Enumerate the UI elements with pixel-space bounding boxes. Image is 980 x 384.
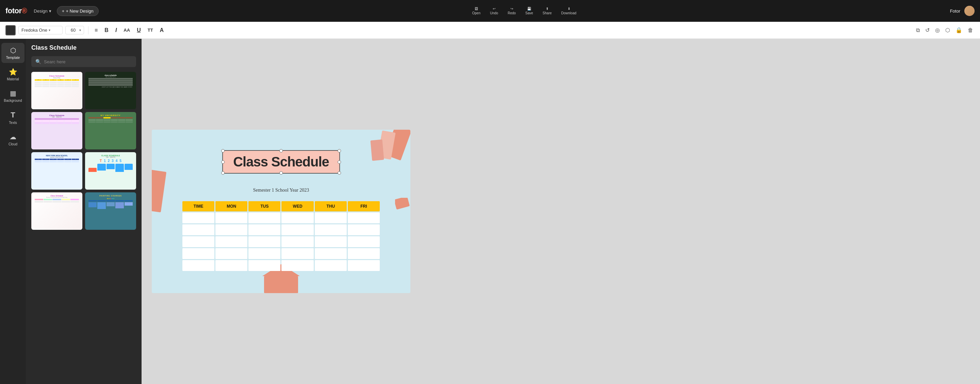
- deco-top-right: [342, 130, 410, 174]
- t4r2c6: [126, 121, 133, 123]
- template-card-1[interactable]: Class Schedule School Year Time Mon Tue …: [31, 72, 82, 109]
- template-3-row1: [35, 120, 79, 122]
- t1r3c1: [35, 86, 42, 87]
- template-card-4[interactable]: NY UNIVERSITY: [85, 112, 136, 150]
- template-card-3[interactable]: Class Schedule YEAR SEMESTER: [31, 112, 82, 150]
- handle-bl[interactable]: [221, 171, 224, 175]
- t5h2: MON: [42, 159, 49, 160]
- t1r2c1: [35, 83, 42, 85]
- t1r3c6: [72, 86, 79, 87]
- t5r1c2: [42, 161, 49, 163]
- sidebar-item-cloud[interactable]: ☁ Cloud: [2, 129, 24, 150]
- open-icon: 🖼: [475, 7, 478, 11]
- template-panel: Class Schedule 🔍 Class Schedule School Y…: [26, 39, 142, 192]
- handle-tm[interactable]: [279, 149, 283, 153]
- template-4-header: [89, 117, 133, 118]
- t4r1c5: [118, 119, 125, 121]
- design-button[interactable]: Design ▾: [34, 8, 51, 14]
- canvas-wrapper: Class Schedule Semester 1 School Year 20…: [152, 130, 410, 192]
- chevron-down-icon: ▾: [49, 8, 51, 14]
- t1r1c5: [64, 81, 72, 83]
- open-tool[interactable]: 🖼 Open: [472, 7, 480, 15]
- font-chevron-icon: ▾: [49, 28, 50, 32]
- template-card-2[interactable]: class schedule Mon Tue Wed Thu Fri DON'T…: [85, 72, 136, 109]
- canvas-subtitle: Semester 1 School Year 2023: [253, 188, 309, 192]
- t4r1c1: [89, 119, 95, 121]
- t3r2c6: [72, 122, 79, 124]
- template-3-sub: YEAR SEMESTER: [34, 116, 80, 118]
- t5r1c4: [57, 161, 64, 163]
- t5r1c6: [72, 161, 79, 163]
- sidebar: ⬡ Template ⭐ Material ▦ Background T Tex…: [0, 39, 26, 192]
- t3r2c4: [57, 122, 64, 124]
- t3r2c5: [64, 122, 72, 124]
- t1r1c3: [50, 81, 57, 83]
- t4h2: [96, 117, 103, 118]
- t4h3: [103, 117, 111, 118]
- letter-spacing-button[interactable]: AA: [121, 26, 132, 34]
- sidebar-item-template[interactable]: ⬡ Template: [2, 43, 24, 63]
- template-card-6[interactable]: CLASS SCHEDULE YEAR SEMESTER T 1 2 3 4 5: [85, 152, 136, 190]
- t1r1c4: [57, 81, 64, 83]
- handle-tl[interactable]: [221, 149, 224, 153]
- template-1-sub: School Year: [34, 77, 80, 79]
- font-size-area: 60 ▾: [65, 26, 84, 34]
- sidebar-template-label: Template: [6, 56, 20, 60]
- template-1-wed: Wed: [57, 79, 64, 81]
- open-label: Open: [472, 11, 480, 15]
- handle-bm[interactable]: [279, 171, 283, 175]
- handle-rm[interactable]: [337, 160, 341, 164]
- text-color-button[interactable]: A: [158, 26, 166, 35]
- font-size-chevron-icon: ▾: [79, 28, 81, 32]
- template-grid: Class Schedule School Year Time Mon Tue …: [31, 72, 136, 192]
- deco-left: [152, 170, 174, 192]
- t1r2c2: [42, 83, 49, 85]
- sidebar-item-material[interactable]: ⭐ Material: [2, 64, 24, 84]
- template-icon: ⬡: [10, 46, 16, 54]
- template-1-time: Time: [35, 79, 42, 81]
- template-2-sub: Mon Tue Wed Thu Fri: [88, 76, 134, 78]
- text-transform-button[interactable]: TT: [146, 26, 155, 34]
- material-icon: ⭐: [9, 68, 18, 76]
- bold-button[interactable]: B: [102, 26, 111, 35]
- t4r1c2: [96, 119, 103, 121]
- handle-br[interactable]: [337, 171, 341, 175]
- italic-button[interactable]: I: [113, 26, 119, 35]
- format-divider-1: [88, 26, 89, 34]
- t6bar2: [97, 164, 105, 170]
- new-design-button[interactable]: + + New Design: [57, 6, 99, 16]
- font-name: Fredoka One: [21, 27, 47, 33]
- t1r2c6: [72, 83, 79, 85]
- color-swatch[interactable]: [5, 25, 16, 35]
- font-size-value[interactable]: 60: [68, 27, 78, 33]
- underline-button[interactable]: U: [135, 26, 143, 35]
- t1r2c3: [50, 83, 57, 85]
- sidebar-item-background[interactable]: ▦ Background: [2, 86, 24, 106]
- template-6-bars: [89, 164, 133, 172]
- t1r2c5: [64, 83, 72, 85]
- align-button[interactable]: ≡: [92, 26, 100, 35]
- template-3-row2: [35, 122, 79, 124]
- top-toolbar: fotor® Design ▾ + + New Design 🖼 Open ↩ …: [0, 0, 490, 22]
- handle-lm[interactable]: [221, 160, 224, 164]
- t1r2c4: [57, 83, 64, 85]
- t4h6: [126, 117, 133, 118]
- template-2-note: DON'T LET THE DAYS MAKE THE SAME STORY: [88, 86, 134, 88]
- sidebar-item-texts[interactable]: T Texts: [2, 107, 24, 128]
- t3r1c6: [72, 120, 79, 122]
- search-icon: 🔍: [35, 59, 41, 64]
- canvas[interactable]: Class Schedule Semester 1 School Year 20…: [152, 130, 410, 192]
- search-input[interactable]: [44, 59, 132, 64]
- template-card-5[interactable]: NEW YORK HIGH SCHOOL Semester 1 School Y…: [31, 152, 82, 190]
- handle-tr[interactable]: [337, 149, 341, 153]
- t1r3c3: [50, 86, 57, 87]
- t3r1c5: [64, 120, 72, 122]
- texts-icon: T: [11, 111, 15, 120]
- plus-icon: +: [62, 8, 65, 14]
- t3r1c3: [50, 120, 57, 122]
- t5h5: THU: [64, 159, 72, 160]
- t5h6: FRI: [72, 159, 79, 160]
- template-2-line1: [89, 78, 133, 80]
- title-box[interactable]: Class Schedule: [222, 150, 340, 174]
- font-selector[interactable]: Fredoka One ▾: [18, 26, 63, 34]
